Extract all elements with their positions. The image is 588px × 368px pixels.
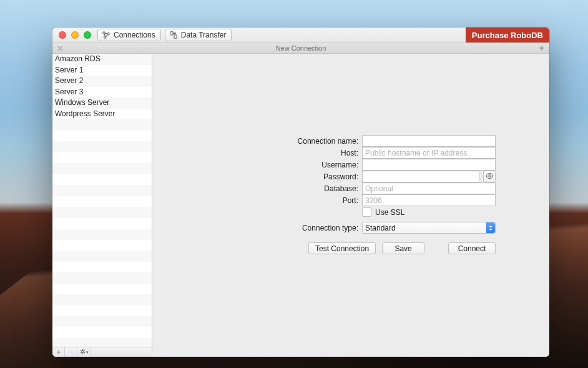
chevron-down-icon: ▾ [86, 350, 89, 355]
connections-sidebar: Amazon RDS Server 1 Server 2 Server 3 Wi… [52, 54, 152, 357]
username-label: Username: [258, 161, 358, 169]
gear-icon: ✲ [80, 348, 86, 356]
list-item-empty: . [52, 141, 152, 152]
list-item[interactable]: Windows Server [52, 97, 152, 109]
main-pane: Connection name: Host: Username: Passwor… [152, 54, 549, 357]
window-zoom-button[interactable] [84, 31, 91, 39]
list-item-empty: . [52, 327, 152, 339]
list-item-empty: . [52, 185, 152, 196]
password-label: Password: [258, 172, 358, 181]
list-item[interactable]: Server 3 [52, 87, 152, 98]
list-item[interactable]: Server 2 [52, 76, 152, 87]
plus-icon: ＋ [55, 347, 62, 357]
list-item-empty: . [52, 316, 152, 327]
purchase-banner-button[interactable]: Purchase RoboDB [466, 27, 549, 42]
connections-label: Connections [114, 31, 155, 39]
connection-form: Connection name: Host: Username: Passwor… [258, 135, 496, 254]
list-item-empty: . [52, 207, 152, 218]
list-item[interactable]: Wordpress Server [52, 109, 152, 120]
list-item-empty: . [52, 229, 152, 240]
list-item-empty: . [52, 218, 152, 229]
list-item-empty: . [52, 163, 152, 174]
app-window: Connections Data Transfer Purchase RoboD… [52, 27, 549, 357]
list-item-empty: . [52, 131, 152, 142]
password-input[interactable] [362, 171, 479, 182]
data-transfer-label: Data Transfer [181, 31, 227, 39]
list-item-empty: . [52, 196, 152, 207]
test-connection-button[interactable]: Test Connection [308, 242, 376, 254]
connection-type-label: Connection type: [258, 224, 358, 232]
window-close-button[interactable] [59, 31, 66, 39]
list-item-empty: . [52, 338, 152, 347]
window-traffic-lights [55, 31, 94, 39]
remove-connection-button[interactable]: － [65, 347, 77, 357]
use-ssl-checkbox[interactable] [362, 207, 371, 217]
tab-bar: New Connection [52, 43, 549, 54]
port-label: Port: [258, 196, 358, 205]
close-tab-button[interactable] [52, 43, 65, 53]
list-item-empty: . [52, 240, 152, 251]
svg-point-0 [103, 32, 105, 34]
window-minimize-button[interactable] [71, 31, 79, 39]
svg-point-1 [107, 33, 110, 36]
connections-list: Amazon RDS Server 1 Server 2 Server 3 Wi… [52, 54, 152, 347]
sidebar-footer: ＋ － ✲▾ [52, 347, 152, 357]
list-item-empty: . [52, 294, 152, 306]
list-item-empty: . [52, 119, 152, 131]
active-tab-title: New Connection [52, 44, 549, 52]
window-body: Amazon RDS Server 1 Server 2 Server 3 Wi… [52, 54, 549, 357]
connection-type-value: Standard [365, 224, 396, 232]
connections-toolbar-button[interactable]: Connections [97, 29, 161, 41]
svg-point-5 [488, 174, 491, 177]
data-transfer-icon [169, 31, 178, 39]
svg-rect-3 [170, 32, 172, 35]
sidebar-options-button[interactable]: ✲▾ [77, 347, 91, 357]
connect-button[interactable]: Connect [448, 242, 496, 254]
port-input[interactable] [362, 194, 496, 206]
list-item-empty: . [52, 262, 152, 273]
purchase-label: Purchase RoboDB [472, 31, 543, 40]
database-input[interactable] [362, 182, 496, 194]
database-label: Database: [258, 184, 358, 193]
svg-rect-4 [174, 35, 177, 38]
list-item[interactable]: Amazon RDS [52, 54, 152, 65]
list-item-empty: . [52, 272, 152, 284]
reveal-password-button[interactable] [483, 171, 496, 182]
list-item-empty: . [52, 174, 152, 186]
add-connection-button[interactable]: ＋ [52, 347, 65, 357]
form-actions: Test Connection Save Connect [308, 242, 496, 254]
connection-name-input[interactable] [362, 135, 496, 147]
window-toolbar: Connections Data Transfer Purchase RoboD… [52, 27, 549, 43]
username-input[interactable] [362, 159, 496, 171]
add-tab-button[interactable] [537, 43, 547, 53]
connections-icon [102, 31, 110, 39]
connection-type-select[interactable]: Standard [362, 222, 496, 234]
list-item[interactable]: Server 1 [52, 65, 152, 76]
list-item-empty: . [52, 306, 152, 317]
minus-icon: － [67, 347, 75, 357]
list-item-empty: . [52, 284, 152, 295]
host-input[interactable] [362, 147, 496, 159]
host-label: Host: [258, 149, 358, 157]
eye-icon [486, 172, 494, 182]
save-button[interactable]: Save [382, 242, 424, 254]
list-item-empty: . [52, 152, 152, 164]
data-transfer-toolbar-button[interactable]: Data Transfer [165, 29, 232, 41]
select-caret-icon [486, 222, 495, 233]
connection-name-label: Connection name: [258, 137, 358, 146]
use-ssl-label: Use SSL [375, 208, 404, 217]
list-item-empty: . [52, 251, 152, 262]
